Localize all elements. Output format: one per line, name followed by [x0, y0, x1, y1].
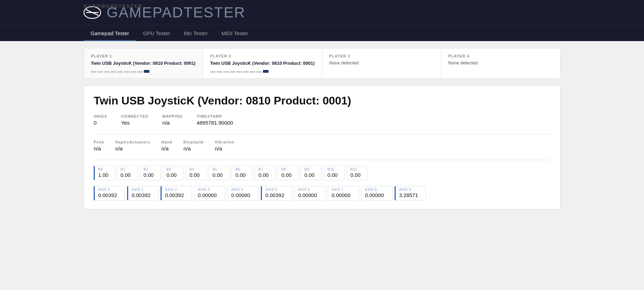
player-1-bars [91, 70, 196, 73]
button-cell-b3: B3 0.00 [163, 166, 184, 180]
button-label: B3 [166, 167, 180, 171]
axis-label: AXIS 9 [399, 188, 422, 191]
button-label: B4 [189, 167, 203, 171]
bar [256, 71, 262, 73]
axis-cell-axis-0: AXIS 0 0.00392 [94, 186, 125, 201]
button-value: 1.00 [98, 172, 111, 178]
device-title: Twin USB JoysticK (Vendor: 0810 Product:… [94, 94, 550, 107]
mapping-label: MAPPING [162, 114, 183, 118]
bar [236, 71, 242, 73]
timestamp-value: 4895781.90000 [197, 120, 233, 126]
button-value: 0.00 [143, 172, 157, 178]
button-label: B5 [212, 167, 226, 171]
device-index: INDEX 0 [94, 114, 107, 126]
nav-midi-tester[interactable]: MIDI Tester [215, 25, 255, 41]
device-pose: Pose n/a [94, 140, 104, 151]
axis-value: 0.00000 [231, 192, 255, 198]
button-label: B2 [143, 167, 157, 171]
axis-label: AXIS 8 [365, 188, 389, 191]
axis-cell-axis-7: AXIS 7 0.00000 [328, 186, 359, 201]
device-timestamp: TIMESTAMP 4895781.90000 [197, 114, 233, 126]
nav-gamepad-tester[interactable]: Gamepad Tester [84, 25, 136, 41]
button-cell-b0: B0 1.00 [94, 166, 115, 180]
pose-label: Pose [94, 140, 104, 144]
player-4-none: None detected [448, 60, 553, 65]
axis-label: AXIS 2 [165, 188, 188, 191]
button-label: B1 [121, 167, 134, 171]
axis-cell-axis-6: AXIS 6 0.00000 [294, 186, 326, 201]
axis-value: 0.00392 [98, 192, 121, 198]
players-panel: PLAYER 1 Twin USB JoysticK (Vendor: 0810… [84, 48, 560, 79]
axis-value: 0.00000 [298, 192, 322, 198]
button-cell-b8: B8 0.00 [278, 166, 298, 180]
nav-gpu-tester[interactable]: GPU Tester [136, 25, 177, 41]
button-cell-b6: B6 0.00 [232, 166, 253, 180]
axis-value: 0.00392 [165, 192, 188, 198]
button-value: 0.00 [189, 172, 203, 178]
bar [223, 71, 229, 73]
nav-bar: Gamepad Tester GPU Tester Mic Tester MID… [0, 25, 644, 41]
bar [217, 71, 222, 73]
player-1-name: Twin USB JoysticK (Vendor: 0810 Product:… [91, 60, 196, 66]
axis-cell-axis-1: AXIS 1 0.00392 [127, 186, 158, 201]
displayid-label: DisplayId [184, 140, 204, 144]
bar [104, 71, 110, 73]
device-connected: CONNECTED Yes [121, 114, 149, 126]
button-cell-b11: B11 0.00 [347, 166, 367, 180]
axis-value: 3.28571 [399, 192, 422, 198]
extra-info-grid: Pose n/a HapticActuators n/a Hand n/a Di… [94, 140, 550, 151]
bar [210, 71, 216, 73]
bar-active [144, 70, 149, 73]
player-4-label: PLAYER 4 [448, 54, 553, 58]
button-label: B11 [350, 167, 364, 171]
axis-cell-axis-8: AXIS 8 0.00000 [361, 186, 393, 201]
bar [131, 71, 136, 73]
button-cell-b4: B4 0.00 [186, 166, 207, 180]
index-value: 0 [94, 120, 107, 126]
pose-value: n/a [94, 146, 104, 151]
player-slot-4[interactable]: PLAYER 4 None detected [441, 48, 560, 78]
axis-value: 0.00392 [132, 192, 155, 198]
button-label: B10 [327, 167, 341, 171]
axis-label: AXIS 6 [298, 188, 322, 191]
nav-mic-tester[interactable]: Mic Tester [177, 25, 215, 41]
device-info-grid: INDEX 0 CONNECTED Yes MAPPING n/a TIMEST… [94, 114, 550, 126]
bar-active [263, 70, 269, 73]
button-label: B9 [304, 167, 318, 171]
vibration-label: Vibration [215, 140, 234, 144]
button-value: 0.00 [281, 172, 295, 178]
player-slot-1[interactable]: PLAYER 1 Twin USB JoysticK (Vendor: 0810… [84, 48, 203, 78]
bar [124, 71, 130, 73]
axis-value: 0.00000 [332, 192, 355, 198]
divider-1 [94, 134, 550, 134]
button-label: B7 [258, 167, 272, 171]
player-slot-2[interactable]: PLAYER 2 Twin USB JoysticK (Vendor: 0810… [203, 48, 322, 78]
buttons-grid: B0 1.00 B1 0.00 B2 0.00 B3 0.00 B4 0.00 … [94, 166, 550, 180]
bar [243, 71, 249, 73]
button-cell-b1: B1 0.00 [117, 166, 138, 180]
axis-label: AXIS 5 [265, 188, 288, 191]
button-value: 0.00 [327, 172, 341, 178]
displayid-value: n/a [184, 146, 204, 151]
hardware-tester-label: HARDWARETESTER [84, 3, 143, 9]
axis-label: AXIS 3 [198, 188, 222, 191]
haptic-value: n/a [115, 146, 150, 151]
button-value: 0.00 [212, 172, 226, 178]
button-value: 0.00 [166, 172, 180, 178]
player-slot-3[interactable]: PLAYER 3 None detected [322, 48, 441, 78]
button-cell-b5: B5 0.00 [209, 166, 230, 180]
axis-cell-axis-5: AXIS 5 0.00392 [261, 186, 292, 201]
device-vibration: Vibration n/a [215, 140, 234, 151]
axis-label: AXIS 0 [98, 188, 121, 191]
axis-label: AXIS 1 [132, 188, 155, 191]
device-hand: Hand n/a [161, 140, 172, 151]
player-3-none: None detected [329, 60, 434, 65]
bar [98, 71, 103, 73]
button-cell-b9: B9 0.00 [301, 166, 321, 180]
bar [117, 71, 123, 73]
mapping-value: n/a [162, 120, 183, 126]
bar [230, 71, 235, 73]
device-haptic: HapticActuators n/a [115, 140, 150, 151]
index-label: INDEX [94, 114, 107, 118]
player-2-label: PLAYER 2 [210, 54, 315, 58]
